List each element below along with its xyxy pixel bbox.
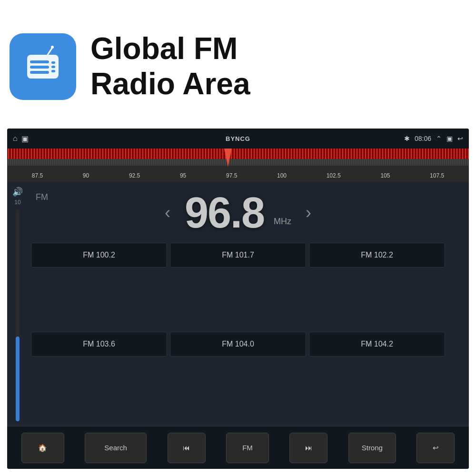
bluetooth-icon: ✱ xyxy=(404,135,410,142)
status-title: BYNCG xyxy=(226,135,250,142)
freq-label-95: 95 xyxy=(180,172,186,179)
up-icon[interactable]: ⌃ xyxy=(436,135,442,142)
preset-4[interactable]: FM 103.6 xyxy=(31,332,167,357)
prev-freq-button[interactable]: ‹ xyxy=(160,203,175,223)
volume-icon: 🔊 xyxy=(12,187,23,197)
app-title: Global FM Radio Area xyxy=(90,31,250,101)
volume-bar-fill xyxy=(16,337,20,421)
next-button[interactable]: ⏭ xyxy=(289,433,327,463)
preset-5[interactable]: FM 104.0 xyxy=(170,332,306,357)
frequency-unit: MHz xyxy=(274,217,291,227)
ruler-labels: 87.5 90 92.5 95 97.5 100 102.5 105 107.5 xyxy=(7,172,469,179)
frequency-display: ‹ 96.8 MHz › xyxy=(7,187,469,239)
branding-area: Global FM Radio Area xyxy=(10,10,466,124)
strong-button[interactable]: Strong xyxy=(348,433,396,463)
freq-label-90: 90 xyxy=(83,172,89,179)
freq-label-925: 92.5 xyxy=(129,172,140,179)
back-status-icon[interactable]: ↩ xyxy=(457,135,463,142)
home-button[interactable]: 🏠 xyxy=(21,433,64,463)
freq-label-100: 100 xyxy=(277,172,287,179)
fm-band-label: FM xyxy=(36,192,48,202)
svg-rect-6 xyxy=(51,61,55,64)
next-freq-button[interactable]: › xyxy=(301,203,316,223)
home-button-icon: 🏠 xyxy=(38,444,47,452)
fm-mode-button[interactable]: FM xyxy=(226,433,269,463)
ruler-red-band xyxy=(7,149,469,159)
radio-main: 🔊 10 FM ‹ 96.8 MHz › FM 100.2 FM 101.7 F… xyxy=(7,182,469,426)
svg-rect-3 xyxy=(30,71,49,74)
svg-line-4 xyxy=(48,48,52,55)
svg-rect-7 xyxy=(51,66,55,68)
control-bar: 🏠 Search ⏮ FM ⏭ Strong ↩ xyxy=(7,426,469,469)
car-screen: ⌂ ▣ BYNCG ✱ 08:06 ⌃ ▣ ↩ 87.5 90 92.5 95 … xyxy=(7,129,469,469)
svg-rect-1 xyxy=(30,60,49,63)
preset-1[interactable]: FM 100.2 xyxy=(31,243,167,268)
frequency-ruler[interactable]: 87.5 90 92.5 95 97.5 100 102.5 105 107.5 xyxy=(7,149,469,182)
freq-label-1025: 102.5 xyxy=(327,172,341,179)
svg-point-5 xyxy=(51,46,54,49)
freq-label-975: 97.5 xyxy=(226,172,237,179)
app-icon xyxy=(10,33,76,100)
freq-label-1075: 107.5 xyxy=(430,172,444,179)
preset-3[interactable]: FM 102.2 xyxy=(309,243,445,268)
next-button-icon: ⏭ xyxy=(305,444,312,452)
freq-label-875: 87.5 xyxy=(32,172,43,179)
prev-button-icon: ⏮ xyxy=(183,444,190,452)
freq-label-105: 105 xyxy=(380,172,390,179)
preset-2[interactable]: FM 101.7 xyxy=(170,243,306,268)
preset-grid: FM 100.2 FM 101.7 FM 102.2 FM 103.6 FM 1… xyxy=(31,243,445,417)
screen-icon[interactable]: ▣ xyxy=(21,134,29,143)
back-button[interactable]: ↩ xyxy=(416,433,455,463)
volume-side: 🔊 10 xyxy=(7,182,28,426)
window-icon[interactable]: ▣ xyxy=(446,135,453,142)
prev-button[interactable]: ⏮ xyxy=(168,433,206,463)
volume-level: 10 xyxy=(14,199,20,206)
volume-bar[interactable] xyxy=(16,209,20,421)
status-time: 08:06 xyxy=(415,135,431,142)
preset-6[interactable]: FM 104.2 xyxy=(309,332,445,357)
svg-rect-2 xyxy=(30,66,49,69)
search-button[interactable]: Search xyxy=(85,433,147,463)
frequency-number: 96.8 xyxy=(185,191,264,234)
back-button-icon: ↩ xyxy=(433,444,439,452)
status-right: ✱ 08:06 ⌃ ▣ ↩ xyxy=(404,135,463,142)
ruler-dark-band xyxy=(7,159,469,166)
status-bar: ⌂ ▣ BYNCG ✱ 08:06 ⌃ ▣ ↩ xyxy=(7,129,469,149)
svg-rect-8 xyxy=(51,70,55,72)
home-status-icon[interactable]: ⌂ xyxy=(13,134,18,143)
